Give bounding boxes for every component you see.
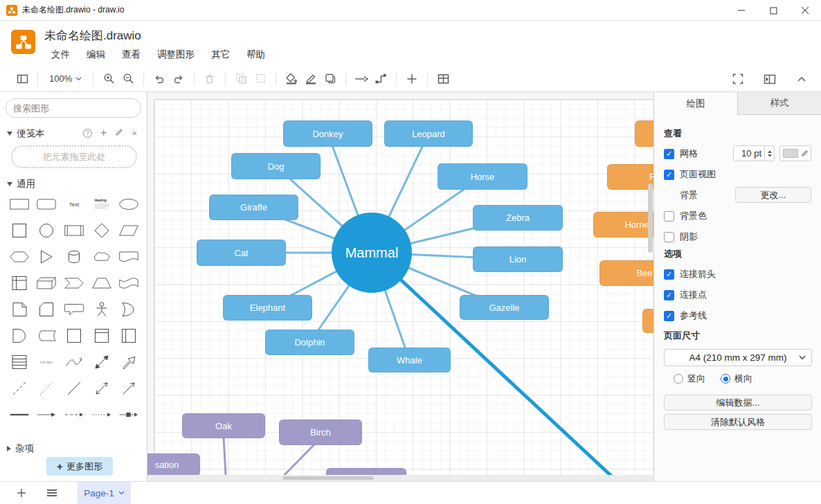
dashed-edge-1-shape[interactable]	[60, 403, 88, 426]
hscroll-thumb[interactable]	[282, 476, 374, 480]
arrow-shape[interactable]	[115, 350, 143, 374]
fill-color-button[interactable]	[282, 70, 301, 88]
option-checkbox-2[interactable]: ✓	[664, 311, 674, 321]
node-cat[interactable]: Cat	[197, 240, 286, 266]
node-dog[interactable]: Dog	[231, 153, 321, 179]
dashed-line-shape[interactable]	[6, 377, 33, 400]
arrow-edge-shape[interactable]	[33, 403, 61, 426]
node-mammal-center[interactable]: Mammal	[332, 213, 412, 293]
container-shape[interactable]	[60, 324, 88, 348]
document-shape[interactable]	[115, 245, 143, 269]
node-whale[interactable]: Whale	[368, 348, 451, 372]
node-insect-12[interactable]	[635, 120, 653, 147]
to-back-button[interactable]	[251, 70, 270, 88]
node-dolphin[interactable]: Dolphin	[265, 330, 354, 355]
to-front-button[interactable]	[231, 70, 251, 88]
tape-shape[interactable]	[115, 271, 143, 295]
change-background-button[interactable]: 更改...	[735, 187, 811, 203]
node-giraffe[interactable]: Giraffe	[209, 195, 298, 220]
grid-color-button[interactable]	[779, 145, 811, 161]
bidirectional-arrow-shape[interactable]	[88, 350, 116, 374]
menu-item-0[interactable]: 文件	[51, 48, 70, 61]
format-panel-toggle-button[interactable]	[760, 70, 779, 88]
dotted-line-shape[interactable]	[33, 377, 61, 400]
fullscreen-button[interactable]	[728, 70, 748, 88]
node-insect-16[interactable]	[642, 309, 653, 333]
directional-connector-shape[interactable]	[115, 377, 143, 400]
toggle-sidebar-button[interactable]	[12, 70, 32, 88]
menu-item-3[interactable]: 调整图形	[157, 48, 195, 61]
general-section-header[interactable]: 通用	[7, 178, 35, 190]
table-button[interactable]	[433, 70, 453, 88]
node-sation[interactable]: sation	[147, 453, 200, 476]
diamond-shape[interactable]	[88, 219, 116, 242]
grid-size-stepper[interactable]	[765, 145, 775, 161]
actor-shape[interactable]	[88, 298, 116, 321]
pages-menu-icon[interactable]	[42, 489, 62, 497]
more-shapes-button[interactable]: +更多图形	[46, 457, 113, 476]
insert-button[interactable]	[402, 70, 422, 88]
square-shape[interactable]	[6, 219, 33, 242]
edit-data-button[interactable]: 编辑数据...	[664, 395, 812, 411]
line-color-button[interactable]	[301, 70, 321, 88]
menu-item-5[interactable]: 帮助	[246, 48, 265, 61]
vertical-frame-shape[interactable]	[115, 324, 143, 348]
card-shape[interactable]	[33, 298, 61, 321]
triangle-shape[interactable]	[33, 245, 61, 269]
horizontal-scrollbar[interactable]	[147, 475, 653, 481]
misc-section-header[interactable]: 杂项	[7, 442, 34, 455]
edge-extra-1[interactable]	[285, 444, 315, 475]
note-shape[interactable]	[6, 298, 33, 321]
help-icon[interactable]: ?	[83, 129, 92, 138]
cube-shape[interactable]	[33, 271, 61, 295]
data-storage-shape[interactable]	[33, 324, 61, 348]
internal-storage-shape[interactable]	[6, 271, 33, 295]
or-shape[interactable]	[115, 298, 143, 321]
edit-icon[interactable]	[115, 128, 123, 138]
collapse-toolbar-button[interactable]	[792, 70, 811, 88]
zoom-in-button[interactable]	[99, 70, 118, 88]
node-lion[interactable]: Lion	[473, 246, 563, 272]
bidirectional-connector-shape[interactable]	[88, 377, 116, 400]
step-shape[interactable]	[60, 271, 88, 295]
edge-extra-0[interactable]	[224, 437, 226, 475]
grid-checkbox[interactable]: ✓	[664, 149, 674, 159]
node-oak[interactable]: Oak	[182, 413, 265, 438]
node-birch[interactable]: Birch	[279, 420, 362, 445]
document-title[interactable]: 未命名绘图.drawio	[44, 28, 141, 44]
node-elephant[interactable]: Elephant	[223, 295, 312, 321]
clear-default-style-button[interactable]: 清除默认风格	[664, 414, 812, 430]
callout-shape[interactable]	[60, 298, 88, 321]
labeled-edge-shape[interactable]	[115, 403, 143, 426]
menu-item-4[interactable]: 其它	[211, 48, 230, 61]
node-donkey[interactable]: Donkey	[283, 120, 372, 147]
tab-diagram[interactable]: 绘图	[654, 92, 737, 115]
background-color-checkbox[interactable]	[664, 211, 674, 222]
page-view-checkbox[interactable]: ✓	[664, 170, 674, 180]
shadow-button[interactable]	[321, 70, 340, 88]
add-page-button[interactable]	[11, 488, 32, 498]
close-button[interactable]	[789, 0, 821, 21]
drawing-canvas[interactable]: DonkeyLeopardDogHorseGiraffeZebraCatLion…	[147, 92, 653, 481]
parallelogram-shape[interactable]	[115, 219, 143, 242]
scratchpad-drop-area[interactable]: 把元素拖至此处	[11, 145, 137, 168]
portrait-radio[interactable]: 竖向	[674, 372, 705, 385]
connection-button[interactable]	[371, 70, 390, 88]
trapezoid-shape[interactable]	[88, 271, 116, 295]
page-size-select[interactable]: A4 (210 mm x 297 mm)	[664, 349, 812, 366]
shape-search[interactable]	[6, 98, 141, 118]
list-shape[interactable]	[6, 350, 33, 374]
maximize-button[interactable]	[757, 0, 789, 21]
option-checkbox-1[interactable]: ✓	[664, 290, 674, 300]
node-f[interactable]: F	[607, 164, 653, 190]
ellipse-shape[interactable]	[115, 192, 143, 216]
node-gazelle[interactable]: Gazelle	[460, 295, 549, 320]
search-input[interactable]	[13, 103, 135, 114]
tab-style[interactable]: 样式	[737, 92, 821, 115]
rounded-rectangle-shape[interactable]	[33, 192, 61, 216]
delete-button[interactable]	[200, 70, 219, 88]
list-item-shape[interactable]: List Item	[33, 350, 61, 374]
scratchpad-header[interactable]: 便笺本	[7, 127, 45, 140]
node-zebra[interactable]: Zebra	[473, 205, 563, 231]
curve-shape[interactable]	[60, 350, 88, 374]
